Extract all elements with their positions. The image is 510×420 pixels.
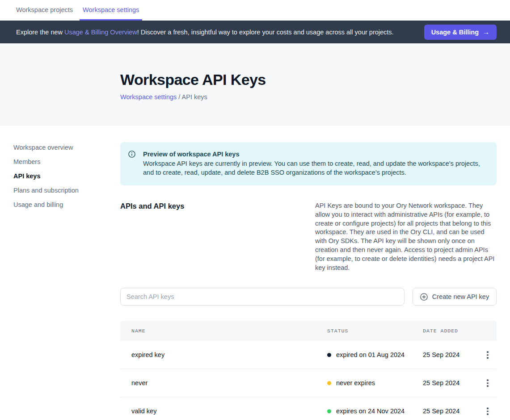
breadcrumb-workspace-settings-link[interactable]: Workspace settings — [120, 93, 177, 101]
api-key-status: expired on 01 Aug 2024 — [327, 351, 423, 358]
status-text: expires on 24 Nov 2024 — [336, 407, 405, 415]
status-text: expired on 01 Aug 2024 — [336, 351, 405, 358]
section-description: API Keys are bound to your Ory Network w… — [315, 202, 497, 272]
sidebar-item-members[interactable]: Members — [13, 157, 120, 166]
api-key-name: expired key — [120, 351, 327, 358]
api-key-status: never expires — [327, 379, 423, 386]
breadcrumb: Workspace settings / API keys — [120, 93, 510, 101]
settings-sidebar: Workspace overview Members API keys Plan… — [0, 126, 120, 214]
api-key-date-added: 25 Sep 2024 — [423, 379, 479, 386]
page-header: Workspace API Keys Workspace settings / … — [0, 43, 510, 126]
row-actions-kebab-icon[interactable] — [483, 349, 492, 361]
api-key-date-added: 25 Sep 2024 — [423, 407, 479, 415]
main-area: Workspace overview Members API keys Plan… — [0, 126, 510, 420]
sidebar-item-plans-and-subscription[interactable]: Plans and subscription — [13, 186, 120, 195]
status-dot — [327, 353, 331, 357]
preview-notice-content: Preview of workspace API keys Workspace … — [143, 150, 488, 177]
sidebar-item-workspace-overview[interactable]: Workspace overview — [13, 143, 120, 152]
row-actions-kebab-icon[interactable] — [483, 405, 492, 418]
api-keys-table: NAME STATUS DATE ADDED expired key expir… — [120, 321, 497, 420]
preview-notice-body: Workspace API keys are currently in prev… — [143, 159, 488, 177]
info-icon — [128, 151, 135, 158]
breadcrumb-separator: / — [178, 93, 180, 101]
promo-banner: Explore the new Usage & Billing Overview… — [0, 21, 510, 43]
promo-banner-text: Explore the new Usage & Billing Overview… — [16, 29, 394, 36]
page-title: Workspace API Keys — [120, 71, 510, 88]
status-text: never expires — [336, 379, 375, 386]
create-api-key-label: Create new API key — [432, 293, 489, 300]
row-actions-kebab-icon[interactable] — [483, 377, 492, 390]
table-row: valid key expires on 24 Nov 2024 25 Sep … — [120, 397, 497, 420]
tab-workspace-projects[interactable]: Workspace projects — [13, 0, 76, 21]
promo-text-before: Explore the new — [16, 29, 64, 36]
api-key-name: never — [120, 379, 327, 386]
usage-billing-button-label: Usage & Billing — [431, 29, 479, 36]
plus-circle-icon — [420, 293, 428, 301]
sidebar-item-api-keys[interactable]: API keys — [13, 172, 120, 181]
column-header-date-added: DATE ADDED — [423, 328, 479, 334]
api-key-date-added: 25 Sep 2024 — [423, 351, 479, 358]
table-header-row: NAME STATUS DATE ADDED — [120, 321, 497, 341]
api-key-name: valid key — [120, 407, 327, 415]
column-header-name: NAME — [120, 328, 327, 334]
status-dot — [327, 381, 331, 385]
promo-text-after: ! Discover a fresh, insightful way to ex… — [137, 29, 394, 36]
api-keys-toolbar: Create new API key — [120, 288, 497, 306]
api-key-status: expires on 24 Nov 2024 — [327, 407, 423, 415]
tab-workspace-settings[interactable]: Workspace settings — [80, 0, 142, 21]
column-header-status: STATUS — [327, 328, 423, 334]
usage-billing-button[interactable]: Usage & Billing → — [424, 25, 497, 40]
section-header-row: APIs and API keys API Keys are bound to … — [120, 202, 497, 272]
table-row: never never expires 25 Sep 2024 — [120, 369, 497, 397]
create-api-key-button[interactable]: Create new API key — [413, 288, 497, 306]
breadcrumb-current: API keys — [182, 93, 207, 101]
status-dot — [327, 409, 331, 413]
preview-notice: Preview of workspace API keys Workspace … — [120, 142, 497, 185]
usage-billing-overview-link[interactable]: Usage & Billing Overview — [64, 29, 137, 36]
search-input[interactable] — [120, 288, 405, 306]
preview-notice-title: Preview of workspace API keys — [143, 150, 488, 159]
top-navigation: Workspace projects Workspace settings — [0, 0, 510, 21]
content-column: Preview of workspace API keys Workspace … — [120, 126, 497, 420]
sidebar-item-usage-and-billing[interactable]: Usage and billing — [13, 200, 120, 209]
section-heading: APIs and API keys — [120, 202, 184, 272]
table-row: expired key expired on 01 Aug 2024 25 Se… — [120, 341, 497, 369]
arrow-right-icon: → — [483, 28, 489, 36]
